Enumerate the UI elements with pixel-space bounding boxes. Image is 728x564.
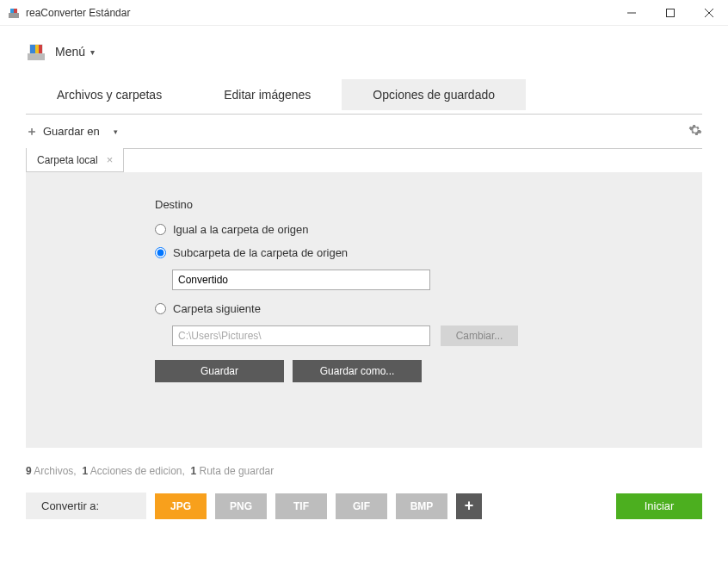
add-format-button[interactable]: + — [456, 493, 482, 519]
sub-tabs: Carpeta local × — [26, 148, 702, 172]
status-bar: 9 Archivos, 1 Acciones de edicion, 1 Rut… — [26, 465, 702, 477]
convert-to-label: Convertir a: — [26, 493, 146, 519]
svg-rect-4 — [666, 9, 674, 16]
radio-same-as-source[interactable] — [155, 224, 166, 235]
format-tif-button[interactable]: TIF — [275, 493, 327, 519]
format-gif-button[interactable]: GIF — [336, 493, 387, 519]
gear-icon[interactable] — [688, 123, 702, 139]
menu-label: Menú — [55, 45, 85, 59]
svg-rect-9 — [30, 45, 35, 53]
section-title: Destino — [155, 198, 668, 211]
close-icon[interactable]: × — [107, 153, 114, 166]
chevron-down-icon: ▾ — [90, 47, 95, 57]
next-folder-path-input[interactable] — [172, 325, 430, 346]
svg-rect-2 — [10, 9, 14, 13]
actions-count: 1 — [82, 465, 88, 477]
titlebar: reaConverter Estándar — [0, 0, 728, 26]
save-in-dropdown[interactable]: ＋ Guardar en ▾ — [26, 124, 118, 139]
destination-panel: Destino Igual a la carpeta de origen Sub… — [26, 172, 702, 448]
chevron-down-icon: ▾ — [114, 127, 118, 136]
start-button[interactable]: Iniciar — [616, 493, 702, 519]
radio-next-folder[interactable] — [155, 303, 166, 314]
save-in-label: Guardar en — [43, 125, 100, 138]
window-controls — [612, 0, 728, 26]
svg-rect-10 — [35, 45, 39, 53]
close-button[interactable] — [689, 0, 728, 26]
subfolder-input[interactable] — [172, 270, 430, 290]
actions-label: Acciones de edicion, — [90, 465, 185, 477]
minimize-button[interactable] — [612, 0, 651, 26]
format-bmp-button[interactable]: BMP — [396, 493, 447, 519]
app-icon — [7, 6, 21, 20]
nav-tabs: Archivos y carpetas Editar imágenes Opci… — [0, 71, 728, 110]
svg-rect-0 — [9, 13, 19, 18]
sub-tab-local-folder[interactable]: Carpeta local × — [26, 148, 124, 172]
routes-label: Ruta de guardar — [200, 465, 275, 477]
tab-edit[interactable]: Editar imágenes — [193, 79, 342, 110]
format-jpg-button[interactable]: JPG — [155, 493, 207, 519]
tab-files[interactable]: Archivos y carpetas — [26, 79, 193, 110]
maximize-button[interactable] — [651, 0, 689, 26]
label-subfolder[interactable]: Subcarpeta de la carpeta de origen — [173, 246, 348, 259]
svg-rect-11 — [39, 45, 42, 53]
files-count: 9 — [26, 465, 32, 477]
plus-icon: ＋ — [26, 124, 38, 139]
tab-save-options[interactable]: Opciones de guardado — [342, 79, 526, 110]
label-next-folder[interactable]: Carpeta siguiente — [173, 302, 261, 315]
change-button[interactable]: Cambiar... — [441, 325, 518, 346]
radio-subfolder[interactable] — [155, 247, 166, 258]
sub-tab-label: Carpeta local — [37, 154, 98, 166]
routes-count: 1 — [191, 465, 197, 477]
menu-bar[interactable]: Menú ▾ — [0, 26, 728, 71]
label-same-as-source[interactable]: Igual a la carpeta de origen — [173, 223, 309, 236]
window-title: reaConverter Estándar — [26, 7, 612, 19]
menu-icon — [26, 41, 46, 62]
toolbar: ＋ Guardar en ▾ — [26, 114, 702, 148]
svg-rect-7 — [28, 53, 45, 60]
files-label: Archivos, — [34, 465, 76, 477]
save-button[interactable]: Guardar — [155, 360, 284, 382]
format-png-button[interactable]: PNG — [215, 493, 267, 519]
save-as-button[interactable]: Guardar como... — [293, 360, 422, 382]
footer: Convertir a: JPG PNG TIF GIF BMP + Inici… — [26, 493, 702, 519]
